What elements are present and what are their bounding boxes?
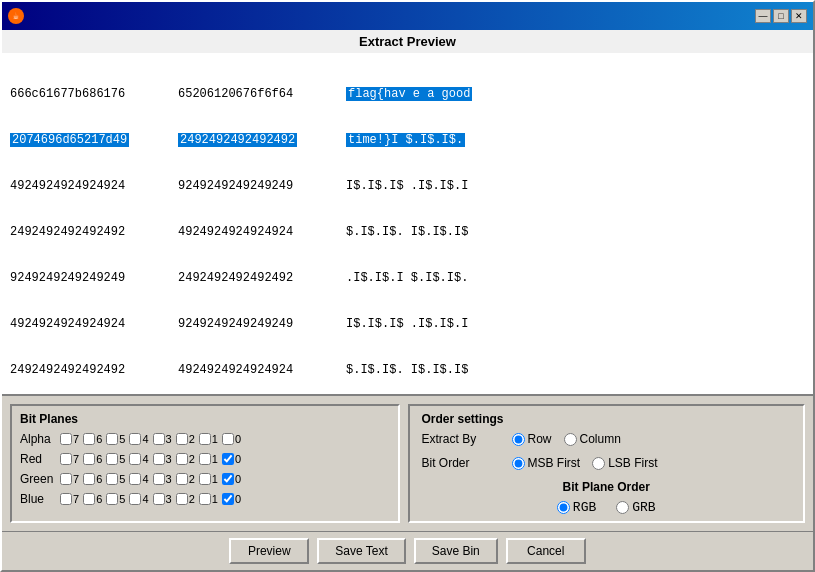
blue-bit0[interactable]: 0 — [222, 493, 241, 505]
green-bit2[interactable]: 2 — [176, 473, 195, 485]
order-settings-panel: Order settings Extract By Row Column — [408, 404, 806, 523]
text-col3: .I$.I$.I $.I$.I$. — [346, 269, 506, 287]
grb-option[interactable]: GRB — [616, 500, 655, 515]
channel-row-green: Green 7 6 5 4 3 2 1 0 — [20, 472, 390, 486]
green-bit7[interactable]: 7 — [60, 473, 79, 485]
red-bit2[interactable]: 2 — [176, 453, 195, 465]
hex-col1: 2492492492492492 — [10, 223, 170, 241]
extract-by-column-option[interactable]: Column — [564, 432, 621, 446]
msb-first-label: MSB First — [528, 456, 581, 470]
rgb-label: RGB — [573, 500, 596, 515]
channel-row-alpha: Alpha 7 6 5 4 3 2 1 0 — [20, 432, 390, 446]
blue-bit2[interactable]: 2 — [176, 493, 195, 505]
preview-button[interactable]: Preview — [229, 538, 309, 564]
red-bit7[interactable]: 7 — [60, 453, 79, 465]
hex-col1: 2074696d65217d49 — [10, 131, 170, 149]
red-bit3[interactable]: 3 — [153, 453, 172, 465]
save-bin-button[interactable]: Save Bin — [414, 538, 498, 564]
green-bit5[interactable]: 5 — [106, 473, 125, 485]
red-bit5[interactable]: 5 — [106, 453, 125, 465]
alpha-bit4[interactable]: 4 — [129, 433, 148, 445]
blue-bit5[interactable]: 5 — [106, 493, 125, 505]
hex-col1: 9249249249249249 — [10, 269, 170, 287]
green-bit0[interactable]: 0 — [222, 473, 241, 485]
red-bit4[interactable]: 4 — [129, 453, 148, 465]
lsb-first-option[interactable]: LSB First — [592, 456, 657, 470]
alpha-bit2[interactable]: 2 — [176, 433, 195, 445]
channel-row-red: Red 7 6 5 4 3 2 1 0 — [20, 452, 390, 466]
red-bit0[interactable]: 0 — [222, 453, 241, 465]
alpha-bit1[interactable]: 1 — [199, 433, 218, 445]
red-bit6[interactable]: 6 — [83, 453, 102, 465]
text-col3: $.I$.I$. I$.I$.I$ — [346, 361, 506, 379]
minimize-button[interactable]: — — [755, 9, 771, 23]
red-checkboxes: 7 6 5 4 3 2 1 0 — [60, 453, 243, 465]
green-bit1[interactable]: 1 — [199, 473, 218, 485]
extract-row-label: Row — [528, 432, 552, 446]
green-bit6[interactable]: 6 — [83, 473, 102, 485]
list-item: 666c61677b686176 65206120676f6f64 flag{h… — [10, 85, 805, 103]
bottom-section: Bit Planes Alpha 7 6 5 4 3 2 1 0 — [2, 396, 813, 531]
title-bar: ☕ — □ ✕ — [2, 2, 813, 30]
maximize-button[interactable]: □ — [773, 9, 789, 23]
text-col3: I$.I$.I$ .I$.I$.I — [346, 177, 506, 195]
extract-by-row-option[interactable]: Row — [512, 432, 552, 446]
bit-order-label: Bit Order — [422, 456, 512, 470]
hex-col1: 666c61677b686176 — [10, 85, 170, 103]
hex-col2: 9249249249249249 — [178, 177, 338, 195]
extract-by-radios: Row Column — [512, 432, 621, 446]
channel-label-blue: Blue — [20, 492, 60, 506]
list-item: 2492492492492492 4924924924924924 $.I$.I… — [10, 223, 805, 241]
channel-row-blue: Blue 7 6 5 4 3 2 1 0 — [20, 492, 390, 506]
list-item: 2074696d65217d49 2492492492492492 time!}… — [10, 131, 805, 149]
red-bit1[interactable]: 1 — [199, 453, 218, 465]
bit-plane-order-section: Bit Plane Order RGB GRB — [422, 480, 792, 515]
extract-col-label: Column — [580, 432, 621, 446]
bit-order-row: Bit Order MSB First LSB First — [422, 456, 792, 470]
hex-col2: 9249249249249249 — [178, 315, 338, 333]
blue-bit7[interactable]: 7 — [60, 493, 79, 505]
hex-col1: 4924924924924924 — [10, 315, 170, 333]
text-col3: I$.I$.I$ .I$.I$.I — [346, 315, 506, 333]
grb-label: GRB — [632, 500, 655, 515]
rgb-option[interactable]: RGB — [557, 500, 596, 515]
extract-by-label: Extract By — [422, 432, 512, 446]
blue-bit1[interactable]: 1 — [199, 493, 218, 505]
buttons-row: Preview Save Text Save Bin Cancel — [2, 531, 813, 570]
text-col3: $.I$.I$. I$.I$.I$ — [346, 223, 506, 241]
bit-plane-order-radios: RGB GRB — [422, 500, 792, 515]
channel-label-red: Red — [20, 452, 60, 466]
green-bit3[interactable]: 3 — [153, 473, 172, 485]
hex-col2: 65206120676f6f64 — [178, 85, 338, 103]
green-bit4[interactable]: 4 — [129, 473, 148, 485]
alpha-bit0[interactable]: 0 — [222, 433, 241, 445]
blue-bit3[interactable]: 3 — [153, 493, 172, 505]
alpha-bit5[interactable]: 5 — [106, 433, 125, 445]
bit-order-radios: MSB First LSB First — [512, 456, 658, 470]
hex-col2: 2492492492492492 — [178, 131, 338, 149]
channel-label-alpha: Alpha — [20, 432, 60, 446]
hex-col1: 4924924924924924 — [10, 177, 170, 195]
preview-title: Extract Preview — [2, 30, 813, 53]
list-item: 9249249249249249 2492492492492492 .I$.I$… — [10, 269, 805, 287]
hex-col2: 2492492492492492 — [178, 269, 338, 287]
bit-planes-title: Bit Planes — [20, 412, 390, 426]
channel-label-green: Green — [20, 472, 60, 486]
blue-bit6[interactable]: 6 — [83, 493, 102, 505]
list-item: 4924924924924924 9249249249249249 I$.I$.… — [10, 177, 805, 195]
blue-bit4[interactable]: 4 — [129, 493, 148, 505]
close-button[interactable]: ✕ — [791, 9, 807, 23]
main-window: ☕ — □ ✕ Extract Preview 666c61677b686176… — [0, 0, 815, 572]
hex-col2: 4924924924924924 — [178, 361, 338, 379]
save-text-button[interactable]: Save Text — [317, 538, 405, 564]
alpha-bit3[interactable]: 3 — [153, 433, 172, 445]
preview-content[interactable]: 666c61677b686176 65206120676f6f64 flag{h… — [2, 53, 813, 394]
msb-first-option[interactable]: MSB First — [512, 456, 581, 470]
cancel-button[interactable]: Cancel — [506, 538, 586, 564]
alpha-bit7[interactable]: 7 — [60, 433, 79, 445]
blue-checkboxes: 7 6 5 4 3 2 1 0 — [60, 493, 243, 505]
text-col3: flag{hav e a good — [346, 85, 506, 103]
alpha-bit6[interactable]: 6 — [83, 433, 102, 445]
bit-planes-panel: Bit Planes Alpha 7 6 5 4 3 2 1 0 — [10, 404, 400, 523]
list-item: 2492492492492492 4924924924924924 $.I$.I… — [10, 361, 805, 379]
